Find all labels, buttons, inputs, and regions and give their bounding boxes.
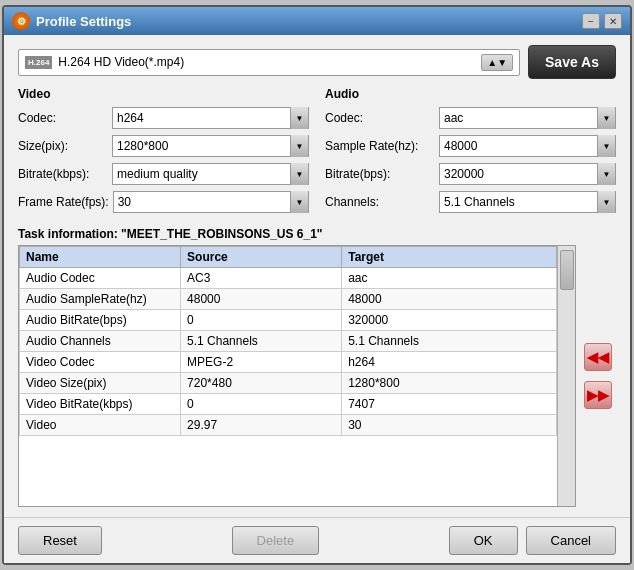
video-bitrate-label: Bitrate(kbps): bbox=[18, 167, 108, 181]
table-row: Audio BitRate(bps)0320000 bbox=[20, 310, 557, 331]
video-framerate-label: Frame Rate(fps): bbox=[18, 195, 109, 209]
close-button[interactable]: ✕ bbox=[604, 13, 622, 29]
title-bar-left: ⚙ Profile Settings bbox=[12, 12, 131, 30]
video-size-select[interactable]: 1280*800 ▼ bbox=[112, 135, 309, 157]
audio-panel: Audio Codec: aac ▼ Sample Rate(hz): 4800… bbox=[325, 87, 616, 219]
task-section: Task information: "MEET_THE_ROBINSONS_US… bbox=[18, 227, 616, 507]
table-row: Audio CodecAC3aac bbox=[20, 268, 557, 289]
profile-select[interactable]: H.264 H.264 HD Video(*.mp4) ▲▼ bbox=[18, 49, 520, 76]
table-cell-source: MPEG-2 bbox=[181, 352, 342, 373]
ok-button[interactable]: OK bbox=[449, 526, 518, 555]
delete-button[interactable]: Delete bbox=[232, 526, 320, 555]
table-row: Video29.9730 bbox=[20, 415, 557, 436]
audio-channels-select[interactable]: 5.1 Channels ▼ bbox=[439, 191, 616, 213]
audio-channels-arrow[interactable]: ▼ bbox=[597, 191, 615, 213]
title-bar: ⚙ Profile Settings − ✕ bbox=[4, 7, 630, 35]
audio-channels-row: Channels: 5.1 Channels ▼ bbox=[325, 191, 616, 213]
video-framerate-select[interactable]: 30 ▼ bbox=[113, 191, 309, 213]
col-header-name: Name bbox=[20, 247, 181, 268]
audio-codec-select[interactable]: aac ▼ bbox=[439, 107, 616, 129]
window-icon: ⚙ bbox=[12, 12, 30, 30]
task-table-body: Audio CodecAC3aacAudio SampleRate(hz)480… bbox=[20, 268, 557, 436]
audio-samplerate-select[interactable]: 48000 ▼ bbox=[439, 135, 616, 157]
task-table-scroll[interactable]: Name Source Target Audio CodecAC3aacAudi… bbox=[19, 246, 557, 506]
table-cell-source: 0 bbox=[181, 394, 342, 415]
table-cell-target: 320000 bbox=[342, 310, 557, 331]
col-header-source: Source bbox=[181, 247, 342, 268]
table-cell-target: 1280*800 bbox=[342, 373, 557, 394]
table-cell-target: 48000 bbox=[342, 289, 557, 310]
video-codec-select[interactable]: h264 ▼ bbox=[112, 107, 309, 129]
task-table-wrapper: Name Source Target Audio CodecAC3aacAudi… bbox=[18, 245, 576, 507]
table-cell-target: 5.1 Channels bbox=[342, 331, 557, 352]
table-cell-source: 720*480 bbox=[181, 373, 342, 394]
profile-settings-window: ⚙ Profile Settings − ✕ H.264 H.264 HD Vi… bbox=[2, 5, 632, 565]
footer-right: OK Cancel bbox=[449, 526, 616, 555]
reset-button[interactable]: Reset bbox=[18, 526, 102, 555]
table-cell-source: 0 bbox=[181, 310, 342, 331]
table-row: Audio Channels5.1 Channels5.1 Channels bbox=[20, 331, 557, 352]
audio-samplerate-label: Sample Rate(hz): bbox=[325, 139, 435, 153]
table-cell-target: h264 bbox=[342, 352, 557, 373]
save-as-button[interactable]: Save As bbox=[528, 45, 616, 79]
video-size-row: Size(pix): 1280*800 ▼ bbox=[18, 135, 309, 157]
audio-bitrate-arrow[interactable]: ▼ bbox=[597, 163, 615, 185]
audio-bitrate-label: Bitrate(bps): bbox=[325, 167, 435, 181]
video-framerate-arrow[interactable]: ▼ bbox=[290, 191, 308, 213]
video-framerate-row: Frame Rate(fps): 30 ▼ bbox=[18, 191, 309, 213]
video-codec-label: Codec: bbox=[18, 111, 108, 125]
table-cell-name: Audio BitRate(bps) bbox=[20, 310, 181, 331]
profile-name: H.264 HD Video(*.mp4) bbox=[58, 55, 475, 69]
audio-codec-row: Codec: aac ▼ bbox=[325, 107, 616, 129]
scroll-thumb[interactable] bbox=[560, 250, 574, 290]
audio-channels-label: Channels: bbox=[325, 195, 435, 209]
profile-row: H.264 H.264 HD Video(*.mp4) ▲▼ Save As bbox=[18, 45, 616, 79]
video-panel: Video Codec: h264 ▼ Size(pix): 1280*800 … bbox=[18, 87, 309, 219]
audio-bitrate-select[interactable]: 320000 ▼ bbox=[439, 163, 616, 185]
video-bitrate-select[interactable]: medium quality ▼ bbox=[112, 163, 309, 185]
window-title: Profile Settings bbox=[36, 14, 131, 29]
video-codec-arrow[interactable]: ▼ bbox=[290, 107, 308, 129]
audio-samplerate-value: 48000 bbox=[440, 135, 597, 157]
table-cell-source: 48000 bbox=[181, 289, 342, 310]
table-cell-target: 30 bbox=[342, 415, 557, 436]
nav-back-button[interactable]: ◀◀ bbox=[584, 343, 612, 371]
video-size-label: Size(pix): bbox=[18, 139, 108, 153]
table-cell-source: AC3 bbox=[181, 268, 342, 289]
video-bitrate-value: medium quality bbox=[113, 163, 290, 185]
audio-samplerate-arrow[interactable]: ▼ bbox=[597, 135, 615, 157]
minimize-button[interactable]: − bbox=[582, 13, 600, 29]
cancel-button[interactable]: Cancel bbox=[526, 526, 616, 555]
task-table: Name Source Target Audio CodecAC3aacAudi… bbox=[19, 246, 557, 436]
video-codec-value: h264 bbox=[113, 107, 290, 129]
nav-forward-button[interactable]: ▶▶ bbox=[584, 381, 612, 409]
settings-panels: Video Codec: h264 ▼ Size(pix): 1280*800 … bbox=[18, 87, 616, 219]
video-bitrate-arrow[interactable]: ▼ bbox=[290, 163, 308, 185]
table-row: Audio SampleRate(hz)4800048000 bbox=[20, 289, 557, 310]
table-cell-name: Video Size(pix) bbox=[20, 373, 181, 394]
video-codec-row: Codec: h264 ▼ bbox=[18, 107, 309, 129]
task-table-head: Name Source Target bbox=[20, 247, 557, 268]
table-cell-target: 7407 bbox=[342, 394, 557, 415]
audio-codec-label: Codec: bbox=[325, 111, 435, 125]
audio-samplerate-row: Sample Rate(hz): 48000 ▼ bbox=[325, 135, 616, 157]
audio-codec-arrow[interactable]: ▼ bbox=[597, 107, 615, 129]
audio-bitrate-row: Bitrate(bps): 320000 ▼ bbox=[325, 163, 616, 185]
table-cell-name: Video bbox=[20, 415, 181, 436]
video-size-arrow[interactable]: ▼ bbox=[290, 135, 308, 157]
footer: Reset Delete OK Cancel bbox=[4, 517, 630, 563]
table-cell-target: aac bbox=[342, 268, 557, 289]
video-size-value: 1280*800 bbox=[113, 135, 290, 157]
profile-format-icon: H.264 bbox=[25, 56, 52, 69]
table-cell-name: Audio Codec bbox=[20, 268, 181, 289]
video-bitrate-row: Bitrate(kbps): medium quality ▼ bbox=[18, 163, 309, 185]
profile-dropdown-arrow[interactable]: ▲▼ bbox=[481, 54, 513, 71]
table-cell-name: Video BitRate(kbps) bbox=[20, 394, 181, 415]
nav-buttons: ◀◀ ▶▶ bbox=[580, 245, 616, 507]
video-section-title: Video bbox=[18, 87, 309, 101]
title-controls: − ✕ bbox=[582, 13, 622, 29]
table-scrollbar[interactable] bbox=[557, 246, 575, 506]
audio-channels-value: 5.1 Channels bbox=[440, 191, 597, 213]
table-cell-name: Video Codec bbox=[20, 352, 181, 373]
audio-bitrate-value: 320000 bbox=[440, 163, 597, 185]
